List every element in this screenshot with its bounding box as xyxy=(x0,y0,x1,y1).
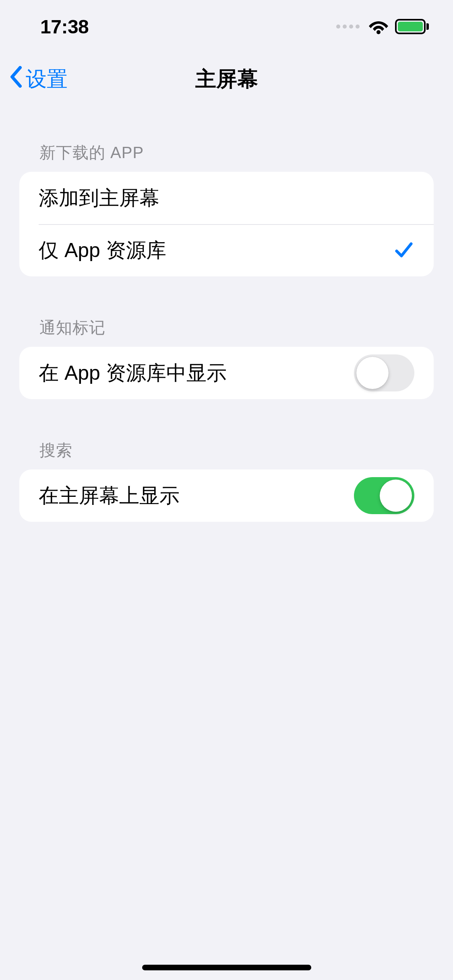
status-bar: 17:38 xyxy=(0,0,453,53)
chevron-left-icon xyxy=(9,66,23,93)
section-badges: 通知标记 在 App 资源库中显示 xyxy=(0,317,453,399)
row-label: 在 App 资源库中显示 xyxy=(39,360,354,387)
row-label: 在主屏幕上显示 xyxy=(39,482,354,509)
group-search: 在主屏幕上显示 xyxy=(19,469,434,522)
section-new-apps: 新下载的 APP 添加到主屏幕 仅 App 资源库 xyxy=(0,142,453,276)
section-header-new-apps: 新下载的 APP xyxy=(0,142,453,172)
checkmark-icon xyxy=(393,240,414,261)
row-show-in-app-library: 在 App 资源库中显示 xyxy=(19,347,434,399)
back-button[interactable]: 设置 xyxy=(9,65,68,93)
option-add-to-home-screen[interactable]: 添加到主屏幕 xyxy=(19,172,434,224)
svg-point-0 xyxy=(376,30,381,34)
section-header-search: 搜索 xyxy=(0,439,453,469)
status-indicators xyxy=(336,19,429,34)
home-indicator[interactable] xyxy=(142,965,311,970)
battery-icon xyxy=(395,19,429,34)
group-badges: 在 App 资源库中显示 xyxy=(19,347,434,399)
page-title: 主屏幕 xyxy=(195,65,258,93)
group-new-apps: 添加到主屏幕 仅 App 资源库 xyxy=(19,172,434,276)
option-label: 仅 App 资源库 xyxy=(39,237,393,264)
wifi-icon xyxy=(368,19,389,34)
section-header-badges: 通知标记 xyxy=(0,317,453,347)
option-app-library-only[interactable]: 仅 App 资源库 xyxy=(19,224,434,276)
toggle-show-in-app-library[interactable] xyxy=(354,354,414,391)
nav-bar: 设置 主屏幕 xyxy=(0,53,453,105)
toggle-show-on-home-screen[interactable] xyxy=(354,477,414,514)
section-search: 搜索 在主屏幕上显示 xyxy=(0,439,453,522)
back-label: 设置 xyxy=(26,65,68,93)
option-label: 添加到主屏幕 xyxy=(39,185,414,212)
cellular-dots-icon xyxy=(336,25,360,29)
status-time: 17:38 xyxy=(40,16,89,38)
row-show-on-home-screen: 在主屏幕上显示 xyxy=(19,469,434,522)
